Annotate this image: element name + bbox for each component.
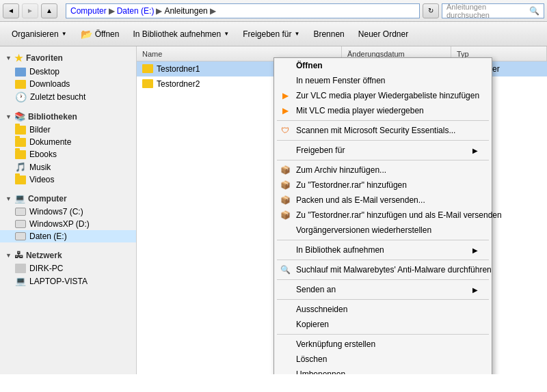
ctx-item-neues-fenster[interactable]: In neuem Fenster öffnen	[274, 73, 492, 88]
expand-icon: ▼	[5, 195, 12, 202]
sidebar-item-winxp[interactable]: WindowsXP (D:)	[0, 218, 136, 230]
oeffnen-icon: 📂	[81, 29, 92, 40]
address-path[interactable]: Computer ▶ Daten (E:) ▶ Anleitungen ▶	[66, 3, 420, 18]
sidebar-item-videos[interactable]: Videos	[0, 173, 136, 186]
ctx-item-loeschen[interactable]: Löschen	[274, 352, 492, 367]
neuer-ordner-button[interactable]: Neuer Ordner	[352, 25, 414, 44]
freigeben-label: Freigeben für	[243, 29, 291, 39]
file-name: Testordner1	[157, 64, 200, 74]
sidebar-item-dokumente[interactable]: Dokumente	[0, 136, 136, 148]
back-button[interactable]: ◄	[3, 3, 19, 18]
vlc-icon: ▶	[280, 90, 291, 101]
sidebar-item-laptop[interactable]: 💻 LAPTOP-VISTA	[0, 275, 136, 288]
oeffnen-label: Öffnen	[95, 29, 120, 39]
musik-label: Musik	[29, 163, 51, 172]
expand-icon: ▼	[5, 252, 12, 259]
netzwerk-icon: 🖧	[14, 250, 23, 260]
sidebar-item-win7[interactable]: Windows7 (C:)	[0, 206, 136, 218]
sidebar-item-dirk-pc[interactable]: DIRK-PC	[0, 262, 136, 275]
ctx-kopieren-label: Kopieren	[296, 320, 329, 329]
ctx-vorgaenger-label: Vorgängerversionen wiederherstellen	[296, 225, 431, 235]
organisieren-button[interactable]: Organisieren ▼	[5, 25, 73, 44]
path-separator: ▶	[210, 6, 216, 16]
search-box[interactable]: Anleitungen durchsuchen 🔍	[442, 3, 544, 18]
ctx-item-umbenennen[interactable]: Umbenennen	[274, 367, 492, 374]
ctx-malwarebytes-label: Suchlauf mit Malwarebytes' Anti-Malware …	[296, 265, 492, 275]
ctx-verknuepfung-label: Verknüpfung erstellen	[296, 339, 375, 349]
sidebar-item-zuletzt[interactable]: 🕐 Zuletzt besucht	[0, 90, 136, 104]
laptop-icon: 💻	[15, 276, 26, 286]
ctx-item-vlc-list[interactable]: ▶ Zur VLC media player Wiedergabeliste h…	[274, 88, 492, 103]
refresh-button[interactable]: ↻	[423, 3, 439, 18]
ctx-archiv-rar-label: Zu "Testordner.rar" hinzufügen	[296, 180, 407, 190]
ctx-vlc-play-label: Mit VLC media player wiedergeben	[296, 106, 424, 115]
ctx-separator-1	[277, 120, 489, 121]
desktop-label: Desktop	[29, 67, 59, 76]
ctx-item-archiv-add[interactable]: 📦 Zum Archiv hinzufügen...	[274, 163, 492, 178]
sidebar-item-bilder[interactable]: Bilder	[0, 124, 136, 136]
expand-icon: ▼	[5, 55, 12, 61]
ctx-item-vorgaenger[interactable]: Vorgängerversionen wiederherstellen	[274, 223, 492, 238]
ctx-item-bibliothek[interactable]: In Bibliothek aufnehmen ▶	[274, 242, 492, 257]
ctx-item-senden-an[interactable]: Senden an ▶	[274, 282, 492, 297]
ctx-item-archiv-rar-email[interactable]: 📦 Zu "Testordner.rar" hinzufügen und als…	[274, 208, 492, 223]
downloads-icon	[15, 80, 26, 89]
dokumente-folder-icon	[15, 138, 26, 147]
ebooks-label: Ebooks	[29, 150, 57, 159]
sidebar-netzwerk-header[interactable]: ▼ 🖧 Netzwerk	[0, 248, 136, 262]
ctx-item-malwarebytes[interactable]: 🔍 Suchlauf mit Malwarebytes' Anti-Malwar…	[274, 262, 492, 277]
bibliothek-label: In Bibliothek aufnehmen	[133, 29, 221, 39]
brennen-button[interactable]: Brennen	[307, 25, 350, 44]
main-layout: ▼ ★ Favoriten Desktop Downloads 🕐 Zuletz…	[0, 46, 547, 374]
ctx-item-freigeben[interactable]: Freigeben für ▶	[274, 143, 492, 158]
bibliothek-button[interactable]: In Bibliothek aufnehmen ▼	[126, 25, 235, 44]
ctx-separator-5	[277, 260, 489, 260]
breadcrumb-computer[interactable]: Computer	[70, 6, 107, 16]
ctx-separator-2	[277, 140, 489, 141]
sidebar-item-daten[interactable]: Daten (E:)	[0, 230, 136, 242]
sidebar-item-ebooks[interactable]: Ebooks	[0, 148, 136, 160]
ctx-item-archiv-email[interactable]: 📦 Packen und als E-Mail versenden...	[274, 193, 492, 208]
sidebar-item-desktop[interactable]: Desktop	[0, 66, 136, 78]
ms-security-icon: 🛡	[280, 125, 291, 136]
malwarebytes-icon: 🔍	[280, 264, 291, 275]
ctx-item-archiv-rar[interactable]: 📦 Zu "Testordner.rar" hinzufügen	[274, 178, 492, 193]
ctx-oeffnen-label: Öffnen	[296, 61, 323, 70]
videos-folder-icon	[15, 176, 26, 184]
freigeben-button[interactable]: Freigeben für ▼	[237, 25, 306, 44]
search-icon: 🔍	[529, 6, 539, 16]
oeffnen-button[interactable]: 📂 Öffnen	[75, 25, 126, 44]
ctx-item-ausschneiden[interactable]: Ausschneiden	[274, 302, 492, 317]
ctx-archiv-add-label: Zum Archiv hinzufügen...	[296, 165, 386, 175]
bibliotheken-label: Bibliotheken	[28, 112, 77, 122]
winxp-label: WindowsXP (D:)	[29, 219, 90, 229]
sidebar: ▼ ★ Favoriten Desktop Downloads 🕐 Zuletz…	[0, 46, 137, 374]
ctx-item-ms-scan[interactable]: 🛡 Scannen mit Microsoft Security Essenti…	[274, 123, 492, 138]
organisieren-arrow: ▼	[62, 31, 67, 37]
freigeben-arrow: ▼	[295, 31, 300, 37]
downloads-label: Downloads	[29, 79, 70, 89]
desktop-icon	[15, 68, 26, 76]
winrar-icon-3: 📦	[280, 195, 291, 206]
ctx-archiv-email-label: Packen und als E-Mail versenden...	[296, 195, 425, 205]
up-button[interactable]: ▲	[41, 3, 57, 18]
ctx-item-oeffnen[interactable]: Öffnen	[274, 58, 492, 73]
breadcrumb-anleitungen[interactable]: Anleitungen	[164, 6, 207, 16]
ctx-item-kopieren[interactable]: Kopieren	[274, 317, 492, 332]
forward-button[interactable]: ►	[22, 3, 38, 18]
ctx-item-verknuepfung[interactable]: Verknüpfung erstellen	[274, 337, 492, 352]
favoriten-icon: ★	[14, 53, 23, 64]
sidebar-favoriten-header[interactable]: ▼ ★ Favoriten	[0, 51, 136, 66]
organisieren-label: Organisieren	[12, 29, 59, 39]
breadcrumb-daten[interactable]: Daten (E:)	[117, 6, 155, 16]
folder-icon	[142, 64, 153, 73]
sidebar-item-downloads[interactable]: Downloads	[0, 78, 136, 90]
winrar-icon-4: 📦	[280, 210, 291, 221]
dokumente-label: Dokumente	[29, 137, 71, 147]
ctx-item-vlc-play[interactable]: ▶ Mit VLC media player wiedergeben	[274, 103, 492, 118]
sidebar-computer-header[interactable]: ▼ 💻 Computer	[0, 191, 136, 206]
dirk-pc-icon	[15, 264, 26, 273]
sidebar-bibliotheken-header[interactable]: ▼ 📚 Bibliotheken	[0, 109, 136, 124]
sidebar-item-musik[interactable]: 🎵 Musik	[0, 160, 136, 173]
winrar-icon-2: 📦	[280, 180, 291, 191]
